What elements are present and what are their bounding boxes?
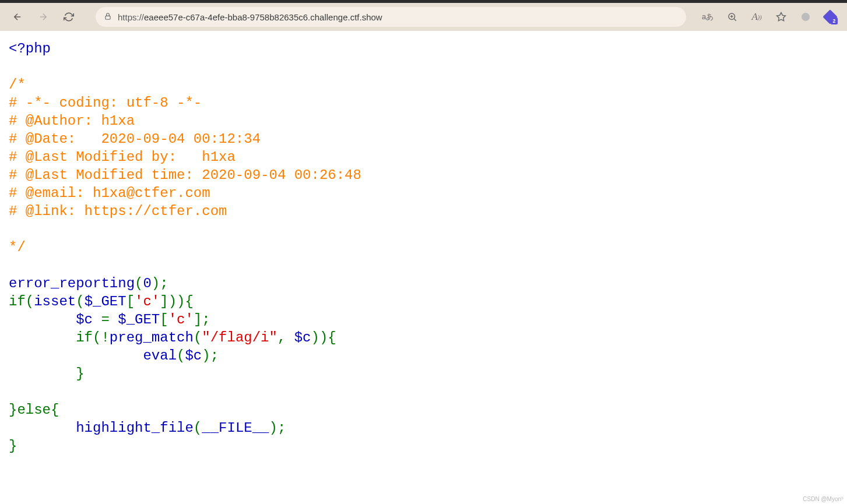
php-open-tag: <?php [9, 41, 51, 57]
lock-icon [104, 12, 112, 22]
svg-rect-0 [106, 16, 110, 19]
favorite-icon[interactable] [771, 7, 791, 27]
collections-icon[interactable] [796, 7, 816, 27]
extension-icon[interactable]: 2 [820, 7, 840, 27]
read-aloud-icon[interactable]: A)) [747, 7, 767, 27]
comment-block: /* # -*- coding: utf-8 -*- # @Author: h1… [9, 77, 361, 255]
svg-point-2 [802, 13, 810, 21]
watermark: CSDN @Myon⁵ [803, 496, 844, 502]
zoom-icon[interactable] [722, 7, 742, 27]
address-bar[interactable]: https://eaeee57e-c67a-4efe-bba8-9758b826… [96, 7, 686, 27]
translate-icon[interactable]: aあ [698, 7, 718, 27]
url-text: https://eaeee57e-c67a-4efe-bba8-9758b826… [118, 12, 678, 22]
browser-toolbar: https://eaeee57e-c67a-4efe-bba8-9758b826… [0, 3, 847, 31]
refresh-button[interactable] [58, 6, 79, 27]
fn-error-reporting: error_reporting [9, 276, 135, 291]
forward-button[interactable] [33, 6, 54, 27]
page-content: <?php /* # -*- coding: utf-8 -*- # @Auth… [0, 31, 847, 464]
back-button[interactable] [7, 6, 28, 27]
